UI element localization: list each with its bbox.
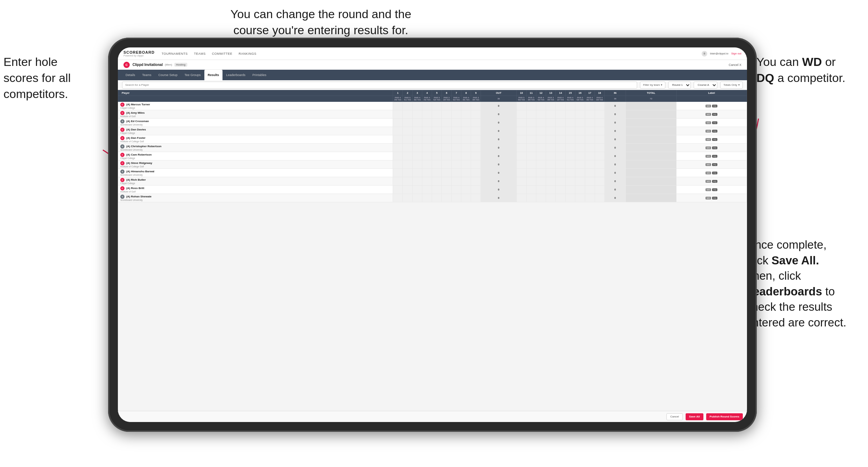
save-all-button[interactable]: Save All [686,413,703,420]
score-hole-8[interactable] [461,102,471,110]
dq-button[interactable]: DQ [712,121,717,124]
wd-button[interactable]: WD [705,172,711,174]
score-hole-5[interactable] [432,135,442,144]
score-hole-5[interactable] [432,152,442,160]
score-hole-7[interactable] [452,119,461,127]
score-hole-11[interactable] [526,119,536,127]
score-hole-10[interactable] [516,110,526,119]
score-hole-2[interactable] [403,169,413,177]
score-hole-3[interactable] [413,169,422,177]
score-hole-8[interactable] [461,194,471,202]
score-hole-3[interactable] [413,186,422,194]
score-hole-4[interactable] [422,152,432,160]
score-hole-2[interactable] [403,135,413,144]
wd-button[interactable]: WD [705,146,711,149]
score-hole-12[interactable] [536,152,546,160]
score-hole-2[interactable] [403,177,413,186]
score-hole-9[interactable] [471,119,481,127]
score-hole-1[interactable] [393,177,403,186]
score-hole-9[interactable] [471,144,481,152]
score-hole-1[interactable] [393,194,403,202]
score-hole-17[interactable] [585,152,595,160]
wd-button[interactable]: WD [705,188,711,191]
score-hole-1[interactable] [393,135,403,144]
score-hole-4[interactable] [422,110,432,119]
score-hole-1[interactable] [393,186,403,194]
score-hole-11[interactable] [526,160,536,169]
score-hole-15[interactable] [565,186,575,194]
score-hole-7[interactable] [452,186,461,194]
score-hole-1[interactable] [393,169,403,177]
score-hole-5[interactable] [432,177,442,186]
wd-button[interactable]: WD [705,138,711,141]
score-hole-17[interactable] [585,102,595,110]
score-hole-14[interactable] [556,119,565,127]
score-hole-7[interactable] [452,160,461,169]
score-hole-16[interactable] [575,144,585,152]
dq-button[interactable]: DQ [712,155,717,158]
score-hole-4[interactable] [422,194,432,202]
score-hole-15[interactable] [565,135,575,144]
score-hole-13[interactable] [546,169,556,177]
score-hole-13[interactable] [546,177,556,186]
score-hole-11[interactable] [526,194,536,202]
score-hole-16[interactable] [575,135,585,144]
score-hole-6[interactable] [442,160,452,169]
score-hole-11[interactable] [526,186,536,194]
score-hole-3[interactable] [413,152,422,160]
score-hole-8[interactable] [461,186,471,194]
score-hole-3[interactable] [413,127,422,135]
score-hole-12[interactable] [536,110,546,119]
score-hole-5[interactable] [432,119,442,127]
score-hole-7[interactable] [452,169,461,177]
score-hole-7[interactable] [452,135,461,144]
score-hole-1[interactable] [393,127,403,135]
wd-button[interactable]: WD [705,155,711,158]
score-hole-1[interactable] [393,144,403,152]
dq-button[interactable]: DQ [712,180,717,183]
score-hole-5[interactable] [432,102,442,110]
score-hole-14[interactable] [556,160,565,169]
score-hole-7[interactable] [452,110,461,119]
score-hole-14[interactable] [556,144,565,152]
score-hole-13[interactable] [546,127,556,135]
dq-button[interactable]: DQ [712,188,717,191]
score-hole-11[interactable] [526,127,536,135]
score-hole-12[interactable] [536,135,546,144]
score-hole-16[interactable] [575,119,585,127]
score-hole-16[interactable] [575,169,585,177]
score-hole-18[interactable] [595,160,604,169]
score-hole-13[interactable] [546,110,556,119]
score-hole-9[interactable] [471,160,481,169]
score-hole-6[interactable] [442,127,452,135]
footer-cancel-button[interactable]: Cancel [666,413,683,420]
score-hole-15[interactable] [565,194,575,202]
search-input[interactable] [122,82,637,89]
score-hole-3[interactable] [413,194,422,202]
score-hole-7[interactable] [452,144,461,152]
score-hole-3[interactable] [413,119,422,127]
score-hole-12[interactable] [536,102,546,110]
score-hole-9[interactable] [471,127,481,135]
score-hole-13[interactable] [546,135,556,144]
score-hole-8[interactable] [461,169,471,177]
score-hole-12[interactable] [536,169,546,177]
score-hole-17[interactable] [585,119,595,127]
score-hole-17[interactable] [585,186,595,194]
score-hole-12[interactable] [536,160,546,169]
score-hole-18[interactable] [595,194,604,202]
score-hole-8[interactable] [461,119,471,127]
score-hole-17[interactable] [585,194,595,202]
score-hole-16[interactable] [575,152,585,160]
score-hole-5[interactable] [432,194,442,202]
score-hole-13[interactable] [546,144,556,152]
wd-button[interactable]: WD [705,113,711,116]
score-hole-12[interactable] [536,119,546,127]
score-hole-10[interactable] [516,152,526,160]
wd-button[interactable]: WD [705,105,711,107]
score-hole-11[interactable] [526,135,536,144]
cancel-header-btn[interactable]: Cancel X [729,63,741,67]
score-hole-13[interactable] [546,160,556,169]
score-hole-7[interactable] [452,127,461,135]
score-hole-4[interactable] [422,177,432,186]
